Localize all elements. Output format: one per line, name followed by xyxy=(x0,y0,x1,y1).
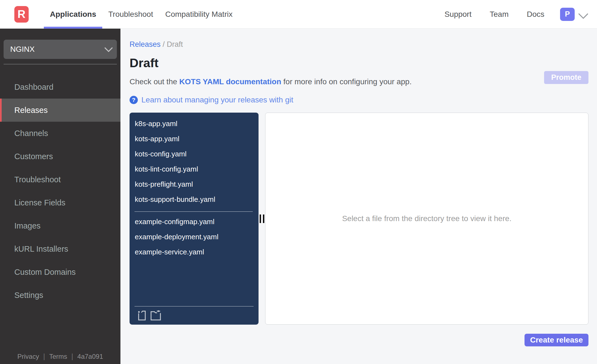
file-group-divider xyxy=(135,211,253,212)
sidebar-item-kurl-installers[interactable]: kURL Installers xyxy=(0,237,120,260)
new-folder-icon[interactable] xyxy=(150,310,161,321)
resize-grip-bar xyxy=(260,214,261,223)
nav-item-troubleshoot[interactable]: Troubleshoot xyxy=(102,0,159,28)
viewer-placeholder-text: Select a file from the directory tree to… xyxy=(342,214,512,223)
secondary-nav: Support Team Docs P xyxy=(435,8,597,21)
primary-nav: Applications Troubleshoot Compatibility … xyxy=(44,0,239,28)
question-circle-icon: ? xyxy=(130,96,138,104)
resize-grip-bar xyxy=(263,214,264,223)
build-hash: 4a7a091 xyxy=(77,353,103,360)
breadcrumb-releases-link[interactable]: Releases xyxy=(130,40,161,48)
release-editor-panels: k8s-app.yaml kots-app.yaml kots-config.y… xyxy=(130,113,588,325)
logo-letter: R xyxy=(18,8,26,20)
app-selector-label: NGINX xyxy=(10,45,35,54)
sidebar-item-custom-domains[interactable]: Custom Domains xyxy=(0,260,120,284)
top-nav: R Applications Troubleshoot Compatibilit… xyxy=(0,0,597,29)
sidebar: NGINX Dashboard Releases Channels Custom… xyxy=(0,29,120,364)
footer-separator: | xyxy=(71,352,73,361)
user-menu-chevron-down-icon[interactable] xyxy=(578,9,588,19)
privacy-link[interactable]: Privacy xyxy=(17,353,39,360)
help-row: ? Learn about managing your releases wit… xyxy=(130,96,588,104)
file-viewer-panel: Select a file from the directory tree to… xyxy=(265,113,588,325)
sidebar-footer: Privacy | Terms | 4a7a091 xyxy=(0,352,120,361)
sidebar-item-troubleshoot[interactable]: Troubleshoot xyxy=(0,168,120,191)
nav-item-applications[interactable]: Applications xyxy=(44,0,102,28)
terms-link[interactable]: Terms xyxy=(49,353,67,360)
create-release-button[interactable]: Create release xyxy=(525,334,588,346)
description-suffix: for more info on configuring your app. xyxy=(281,77,412,86)
file-tree-item[interactable]: kots-support-bundle.yaml xyxy=(130,192,259,207)
panel-resize-handle[interactable] xyxy=(259,113,265,325)
file-tree-item[interactable]: example-deployment.yaml xyxy=(130,229,259,245)
sidebar-item-images[interactable]: Images xyxy=(0,214,120,237)
file-tree-actions xyxy=(130,306,259,325)
file-tree-item[interactable]: example-configmap.yaml xyxy=(130,214,259,229)
description-prefix: Check out the xyxy=(130,77,179,86)
file-tree-item[interactable]: kots-preflight.yaml xyxy=(130,177,259,192)
git-releases-help-link[interactable]: Learn about managing your releases with … xyxy=(141,96,293,104)
file-tree-item[interactable]: kots-config.yaml xyxy=(130,146,259,162)
avatar[interactable]: P xyxy=(560,8,575,21)
promote-button[interactable]: Promote xyxy=(544,71,588,84)
nav-item-docs[interactable]: Docs xyxy=(518,10,553,19)
file-tree-spacer xyxy=(130,260,259,306)
nav-item-team[interactable]: Team xyxy=(481,10,518,19)
sidebar-menu: Dashboard Releases Channels Customers Tr… xyxy=(0,75,120,307)
breadcrumb-current: Draft xyxy=(167,40,183,48)
avatar-initial: P xyxy=(565,10,570,18)
breadcrumb-separator: / xyxy=(161,40,167,48)
sidebar-item-settings[interactable]: Settings xyxy=(0,284,120,307)
file-tree-panel: k8s-app.yaml kots-app.yaml kots-config.y… xyxy=(130,113,259,325)
release-actions-row: Create release xyxy=(130,334,588,346)
file-tree-item[interactable]: kots-lint-config.yaml xyxy=(130,162,259,177)
replicated-logo[interactable]: R xyxy=(14,6,29,23)
kots-yaml-documentation-link[interactable]: KOTS YAML documentation xyxy=(179,77,281,86)
app-selector-dropdown[interactable]: NGINX xyxy=(4,40,117,59)
app-selector-chevron-down-icon xyxy=(104,44,113,52)
file-tree-item[interactable]: k8s-app.yaml xyxy=(130,116,259,131)
sidebar-item-releases[interactable]: Releases xyxy=(0,99,120,122)
sidebar-item-customers[interactable]: Customers xyxy=(0,145,120,168)
sidebar-item-license-fields[interactable]: License Fields xyxy=(0,191,120,214)
new-file-icon[interactable] xyxy=(138,310,146,321)
breadcrumb: Releases / Draft xyxy=(130,40,588,49)
footer-separator: | xyxy=(43,352,45,361)
nav-item-support[interactable]: Support xyxy=(435,10,481,19)
sidebar-divider xyxy=(4,64,117,64)
sidebar-item-dashboard[interactable]: Dashboard xyxy=(0,75,120,99)
page-title: Draft xyxy=(130,56,588,70)
main-content: Releases / Draft Draft Check out the KOT… xyxy=(120,29,597,364)
sidebar-item-channels[interactable]: Channels xyxy=(0,122,120,145)
file-tree-item[interactable]: kots-app.yaml xyxy=(130,131,259,146)
page-description: Check out the KOTS YAML documentation fo… xyxy=(130,77,588,86)
nav-item-compatibility-matrix[interactable]: Compatibility Matrix xyxy=(159,0,238,28)
file-tree-item[interactable]: example-service.yaml xyxy=(130,245,259,260)
